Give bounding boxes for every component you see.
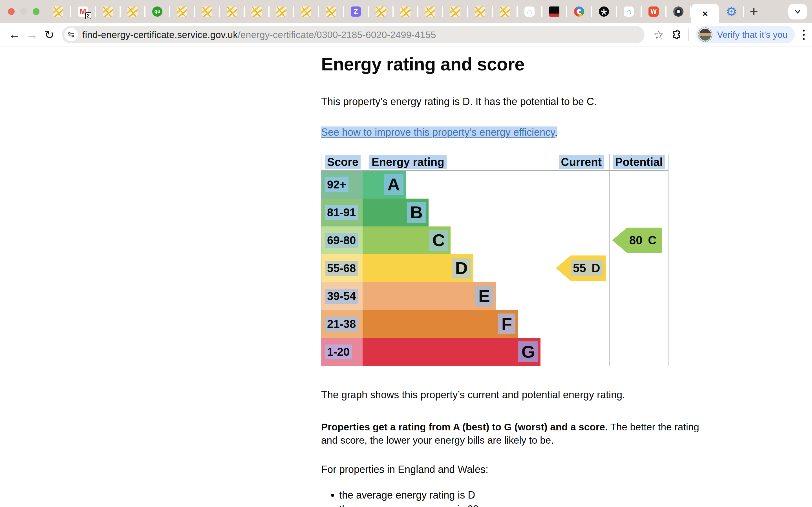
doc-yellow-favicon <box>103 6 113 17</box>
toolbar-separator <box>688 29 689 41</box>
band-score-cell: 69-80 <box>321 226 363 255</box>
address-bar[interactable]: find-energy-certificate.service.gov.uk/e… <box>62 26 645 43</box>
reload-button[interactable]: ↻ <box>41 28 58 42</box>
doc-yellow-favicon <box>375 6 386 17</box>
tab-close-icon[interactable]: × <box>702 8 708 19</box>
band-letter: C <box>429 230 448 251</box>
pinned-tab[interactable] <box>145 0 170 23</box>
band-letter: D <box>452 258 471 279</box>
band-score-label: 1-20 <box>325 344 352 359</box>
header-current: Current <box>553 154 610 170</box>
band-score-label: 21-38 <box>325 317 358 332</box>
epc-band-row: 55-68D55 D <box>321 255 668 282</box>
band-score-label: 55-68 <box>325 261 358 276</box>
doc-yellow-favicon <box>500 6 510 17</box>
band-score-cell: 39-54 <box>321 282 363 310</box>
pinned-tab[interactable] <box>641 0 666 23</box>
potential-cell <box>610 171 668 199</box>
bookmark-star-icon[interactable]: ☆ <box>654 28 664 42</box>
band-score-label: 92+ <box>325 177 349 192</box>
improve-efficiency-link[interactable]: See how to improve this property’s energ… <box>321 126 555 138</box>
pinned-tab[interactable] <box>46 0 70 23</box>
band-score-cell: 55-68 <box>321 255 363 282</box>
pinned-tab[interactable] <box>368 0 393 23</box>
band-bar-cell: G <box>363 338 553 366</box>
band-bar: E <box>363 282 496 310</box>
pinned-tab[interactable] <box>542 0 567 23</box>
window-close-button[interactable] <box>8 8 15 15</box>
current-cell <box>553 226 610 255</box>
chevron-down-icon <box>794 7 802 16</box>
black-red-favicon <box>549 6 559 17</box>
browser-menu-icon[interactable] <box>803 30 805 40</box>
graph-caption: The graph shows this property’s current … <box>321 388 668 402</box>
page-content: Energy rating and score This property’s … <box>0 47 812 507</box>
doc-yellow-favicon <box>202 6 212 17</box>
active-tab[interactable]: × <box>691 4 719 23</box>
extensions-icon[interactable] <box>671 30 681 40</box>
band-score-label: 69-80 <box>325 233 358 248</box>
header-score: Score <box>321 154 363 170</box>
url-path: /energy-certificate/0300-2185-6020-2499-… <box>238 29 436 40</box>
url-text[interactable]: find-energy-certificate.service.gov.uk/e… <box>82 29 436 40</box>
pinned-tab[interactable] <box>294 0 319 23</box>
pinned-tab[interactable] <box>343 0 368 23</box>
pinned-tab[interactable] <box>195 0 219 23</box>
pinned-tab[interactable] <box>319 0 343 23</box>
band-letter: E <box>475 286 493 306</box>
pinned-tab[interactable] <box>170 0 195 23</box>
pinned-tab[interactable] <box>592 0 616 23</box>
band-score-label: 39-54 <box>325 289 358 304</box>
new-tab-button[interactable]: + <box>744 0 764 23</box>
epc-band-row: 39-54E <box>321 282 668 310</box>
back-button[interactable]: ← <box>6 28 23 41</box>
link-period: . <box>555 126 557 138</box>
forward-button[interactable]: → <box>23 28 41 41</box>
band-bar-cell: A <box>363 171 553 199</box>
pinned-tab[interactable] <box>95 0 120 23</box>
url-domain: find-energy-certificate.service.gov.uk <box>82 29 238 40</box>
window-minimize-button[interactable] <box>20 8 27 15</box>
epc-band-row: 81-91B <box>321 199 668 226</box>
pinned-tab[interactable] <box>492 0 517 23</box>
band-letter: F <box>498 314 515 334</box>
pinned-tab[interactable] <box>567 0 592 23</box>
pinned-tab[interactable] <box>120 0 145 23</box>
doc-yellow-favicon <box>425 6 435 17</box>
tab-search-button[interactable] <box>788 4 807 19</box>
ratings-explainer-bold: Properties get a rating from A (best) to… <box>321 421 608 432</box>
band-score-cell: 1-20 <box>321 338 363 366</box>
pinned-tab[interactable] <box>666 0 691 23</box>
epc-band-row: 1-20G <box>321 338 668 366</box>
header-potential: Potential <box>610 154 668 170</box>
band-bar: A <box>363 171 406 199</box>
epc-band-row: 21-38F <box>321 310 668 338</box>
pinned-tab[interactable] <box>219 0 244 23</box>
doc-yellow-favicon <box>177 6 187 17</box>
epc-rating-table: Score Energy rating Current Potential 92… <box>321 154 668 366</box>
pinned-tab[interactable] <box>517 0 542 23</box>
site-information-icon[interactable] <box>64 28 78 41</box>
pinned-tab[interactable] <box>269 0 294 23</box>
pinned-tab[interactable]: 2 <box>70 0 95 23</box>
settings-tab[interactable] <box>719 0 744 23</box>
pinned-tab[interactable] <box>467 0 492 23</box>
window-zoom-button[interactable] <box>33 8 40 15</box>
favicon-badge: 2 <box>85 12 91 19</box>
current-cell <box>553 338 610 366</box>
band-bar: D <box>363 255 473 282</box>
pinned-tab[interactable] <box>393 0 418 23</box>
band-bar: C <box>363 226 451 255</box>
epc-band-row: 92+A <box>321 171 668 199</box>
doc-yellow-favicon <box>128 6 138 17</box>
pinned-tab[interactable] <box>616 0 641 23</box>
profile-chip[interactable]: Verify that it's you <box>696 26 795 43</box>
band-letter: B <box>407 202 426 223</box>
bullet-item: the average energy score is 60 <box>339 502 812 507</box>
epc-table-rows: 92+A81-91B69-80C80 C55-68D55 D39-54E21-3… <box>321 171 668 366</box>
doc-yellow-favicon <box>53 6 63 17</box>
pinned-tab[interactable] <box>244 0 269 23</box>
browser-toolbar: ← → ↻ find-energy-certificate.service.go… <box>0 23 812 47</box>
pinned-tab[interactable] <box>443 0 467 23</box>
pinned-tab[interactable] <box>418 0 443 23</box>
